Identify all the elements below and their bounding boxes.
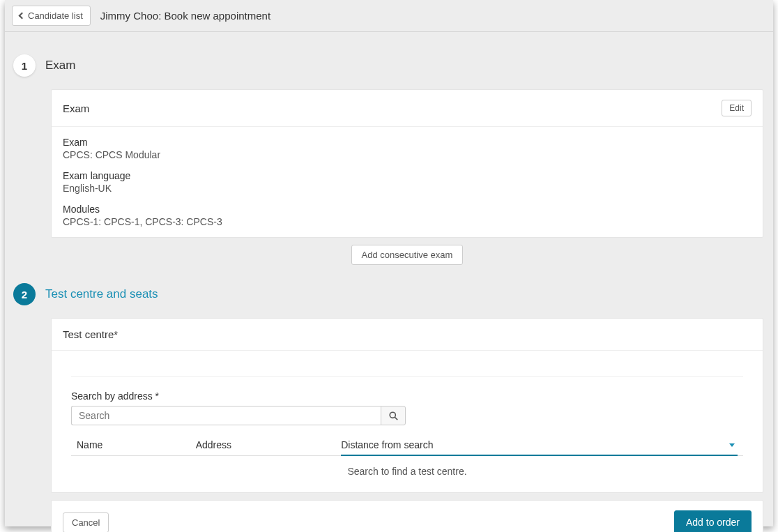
- exam-field-label: Exam: [63, 137, 752, 148]
- add-to-order-button[interactable]: Add to order: [674, 510, 752, 532]
- column-name[interactable]: Name: [77, 439, 196, 451]
- search-icon: [389, 411, 398, 420]
- search-input[interactable]: [71, 406, 381, 425]
- topbar: Candidate list Jimmy Choo: Book new appo…: [5, 0, 773, 32]
- test-centre-title: Test centre*: [63, 328, 118, 340]
- edit-exam-button[interactable]: Edit: [722, 100, 752, 116]
- results-table: Name Address Distance from search Search…: [71, 435, 743, 478]
- column-distance-label: Distance from search: [341, 439, 433, 450]
- exam-card: Exam Edit Exam CPCS: CPCS Modular Exam l…: [51, 89, 763, 238]
- column-address[interactable]: Address: [196, 439, 342, 451]
- svg-point-0: [390, 412, 395, 418]
- exam-language-field: Exam language English-UK: [63, 170, 752, 194]
- chevron-left-icon: [19, 13, 26, 20]
- exam-language-label: Exam language: [63, 170, 752, 181]
- exam-field-value: CPCS: CPCS Modular: [63, 149, 752, 160]
- step-test-centre-header: 2 Test centre and seats: [13, 278, 765, 311]
- test-centre-card: Test centre* Search by address *: [51, 318, 763, 493]
- step-2-badge: 2: [13, 283, 36, 305]
- search-input-group: [71, 406, 406, 425]
- results-head: Name Address Distance from search: [71, 435, 743, 456]
- page-title: Jimmy Choo: Book new appointment: [100, 10, 270, 22]
- exam-card-header: Exam Edit: [52, 90, 763, 127]
- column-distance[interactable]: Distance from search: [341, 439, 738, 456]
- search-by-address-label: Search by address *: [71, 390, 743, 402]
- exam-field: Exam CPCS: CPCS Modular: [63, 137, 752, 160]
- step-2-title: Test centre and seats: [45, 287, 158, 301]
- svg-line-1: [395, 417, 397, 420]
- modules-field: Modules CPCS-1: CPCS-1, CPCS-3: CPCS-3: [63, 204, 752, 227]
- cancel-button[interactable]: Cancel: [63, 512, 109, 533]
- candidate-list-button[interactable]: Candidate list: [12, 6, 91, 26]
- step-1-title: Exam: [45, 59, 75, 73]
- sort-caret-icon: [729, 443, 735, 447]
- search-button[interactable]: [381, 406, 406, 425]
- modules-value: CPCS-1: CPCS-1, CPCS-3: CPCS-3: [63, 216, 752, 227]
- results-empty-text: Search to find a test centre.: [71, 456, 743, 478]
- add-consecutive-exam-button[interactable]: Add consecutive exam: [351, 245, 464, 265]
- footer-actions: Cancel Add to order: [51, 500, 763, 532]
- exam-language-value: English-UK: [63, 183, 752, 194]
- modules-label: Modules: [63, 204, 752, 215]
- exam-card-title: Exam: [63, 102, 89, 114]
- candidate-list-label: Candidate list: [28, 10, 83, 21]
- test-centre-card-header: Test centre*: [52, 319, 763, 351]
- step-exam-header: 1 Exam: [13, 49, 765, 82]
- step-1-badge: 1: [13, 54, 36, 77]
